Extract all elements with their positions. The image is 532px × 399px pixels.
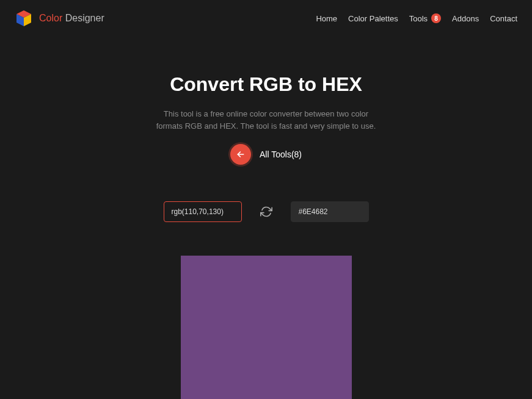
logo-cube-icon: [15, 9, 33, 27]
rgb-input[interactable]: [164, 201, 242, 222]
swap-icon[interactable]: [260, 206, 272, 218]
hex-output[interactable]: [291, 201, 369, 222]
logo-text-part2: Designer: [62, 13, 104, 23]
nav-palettes-label: Color Palettes: [348, 14, 398, 23]
nav-tools[interactable]: Tools 8: [409, 13, 441, 23]
logo[interactable]: Color Designer: [15, 9, 104, 27]
tools-count-badge: 8: [431, 13, 441, 23]
page-title: Convert RGB to HEX: [0, 73, 532, 96]
header: Color Designer Home Color Palettes Tools…: [0, 0, 532, 37]
nav-home[interactable]: Home: [316, 14, 337, 23]
all-tools-link[interactable]: All Tools(8): [230, 144, 302, 165]
nav-home-label: Home: [316, 14, 337, 23]
back-arrow-icon: [230, 144, 251, 165]
nav-addons-label: Addons: [452, 14, 479, 23]
logo-text-part1: Color: [39, 13, 62, 23]
all-tools-label: All Tools(8): [260, 149, 302, 159]
logo-text: Color Designer: [39, 13, 104, 24]
nav-contact-label: Contact: [490, 14, 517, 23]
page-description: This tool is a free online color convert…: [156, 108, 376, 132]
color-preview: [181, 256, 352, 399]
nav-contact[interactable]: Contact: [490, 14, 517, 23]
nav: Home Color Palettes Tools 8 Addons Conta…: [316, 13, 517, 23]
converter-row: [0, 201, 532, 222]
nav-tools-label: Tools: [409, 14, 428, 23]
main: Convert RGB to HEX This tool is a free o…: [0, 37, 532, 399]
nav-color-palettes[interactable]: Color Palettes: [348, 14, 398, 23]
nav-addons[interactable]: Addons: [452, 14, 479, 23]
